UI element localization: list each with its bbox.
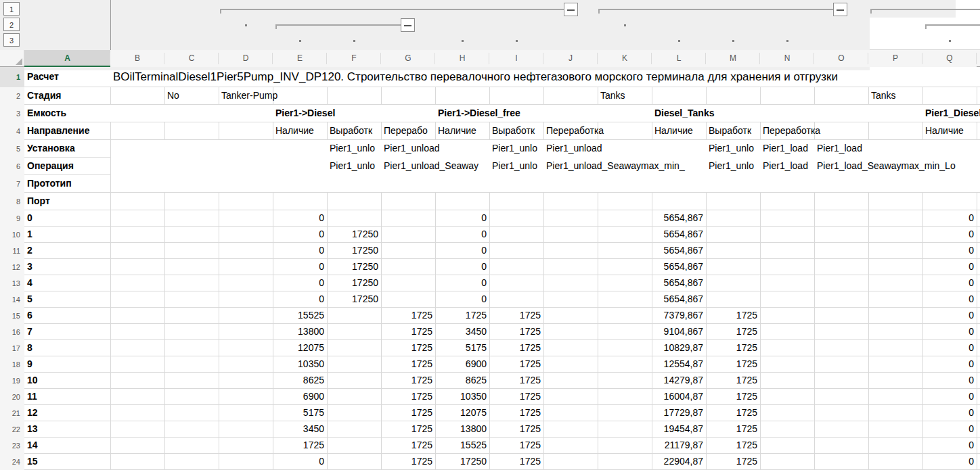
- cell-G24[interactable]: 1725: [381, 454, 435, 470]
- cell-I15[interactable]: 1725: [489, 308, 543, 324]
- row-header-20[interactable]: 20: [0, 389, 24, 405]
- cell-M5[interactable]: Pier1_unlo: [706, 140, 760, 158]
- row-header-9[interactable]: 9: [0, 210, 24, 227]
- row-header-12[interactable]: 12: [0, 259, 24, 275]
- cell-L10[interactable]: 5654,867: [652, 227, 706, 243]
- cell-Q16[interactable]: 0: [922, 324, 977, 340]
- cell-M23[interactable]: 1725: [706, 438, 760, 454]
- cell-A9[interactable]: 0: [24, 210, 110, 227]
- cell-M21[interactable]: 1725: [706, 405, 760, 421]
- cell-E14[interactable]: 0: [273, 291, 327, 308]
- cell-E13[interactable]: 0: [273, 275, 327, 291]
- cell-G15[interactable]: 1725: [381, 308, 435, 324]
- cell-Q17[interactable]: 0: [922, 340, 977, 356]
- cell-G20[interactable]: 1725: [381, 389, 435, 405]
- cell-G22[interactable]: 1725: [381, 421, 435, 438]
- cell-I24[interactable]: 1725: [489, 454, 543, 470]
- cell-E17[interactable]: 12075: [273, 340, 327, 356]
- outline-collapse-button[interactable]: [833, 3, 847, 16]
- cell-Q20[interactable]: 0: [922, 389, 977, 405]
- cell-A1[interactable]: Расчет: [24, 67, 110, 87]
- cell-H4[interactable]: Наличие: [435, 122, 489, 140]
- cell-Q22[interactable]: 0: [922, 421, 977, 438]
- cell-I6[interactable]: Pier1_unlo: [489, 158, 543, 175]
- row-header-21[interactable]: 21: [0, 405, 24, 421]
- cell-E11[interactable]: 0: [273, 243, 327, 259]
- row-header-23[interactable]: 23: [0, 438, 24, 454]
- cell-A11[interactable]: 2: [24, 243, 110, 259]
- cell-L3[interactable]: Diesel_Tanks: [652, 105, 814, 122]
- cell-E22[interactable]: 3450: [273, 421, 327, 438]
- cell-L24[interactable]: 22904,87: [652, 454, 706, 470]
- column-header-C[interactable]: C: [164, 50, 219, 67]
- column-header-N[interactable]: N: [760, 50, 814, 67]
- cell-J4[interactable]: Переработка: [543, 122, 652, 140]
- cell-H17[interactable]: 5175: [435, 340, 489, 356]
- cell-G17[interactable]: 1725: [381, 340, 435, 356]
- row-header-17[interactable]: 17: [0, 340, 24, 356]
- cell-A7[interactable]: Прототип: [24, 175, 110, 193]
- cell-G6[interactable]: Pier1_unload_Seaway: [381, 158, 489, 175]
- cell-L9[interactable]: 5654,867: [652, 210, 706, 227]
- cell-Q14[interactable]: 0: [922, 291, 977, 308]
- column-header-E[interactable]: E: [273, 50, 327, 67]
- cell-I19[interactable]: 1725: [489, 373, 543, 389]
- cell-N4[interactable]: Переработка: [760, 122, 868, 140]
- column-header-O[interactable]: O: [814, 50, 868, 67]
- cell-A4[interactable]: Направление: [24, 122, 110, 140]
- row-header-11[interactable]: 11: [0, 243, 24, 259]
- cell-H10[interactable]: 0: [435, 227, 489, 243]
- cell-H19[interactable]: 8625: [435, 373, 489, 389]
- outline-collapse-button[interactable]: [564, 3, 578, 16]
- column-header-B[interactable]: B: [110, 50, 164, 67]
- row-header-19[interactable]: 19: [0, 373, 24, 389]
- cell-E9[interactable]: 0: [273, 210, 327, 227]
- cell-L19[interactable]: 14279,87: [652, 373, 706, 389]
- column-header-L[interactable]: L: [652, 50, 706, 67]
- cell-E15[interactable]: 15525: [273, 308, 327, 324]
- cell-A19[interactable]: 10: [24, 373, 110, 389]
- cell-L20[interactable]: 16004,87: [652, 389, 706, 405]
- cell-Q3[interactable]: Pier1_Diesel: [922, 105, 980, 122]
- row-header-7[interactable]: 7: [0, 175, 24, 193]
- cell-O5[interactable]: Pier1_load: [814, 140, 922, 158]
- cell-Q13[interactable]: 0: [922, 275, 977, 291]
- cell-H13[interactable]: 0: [435, 275, 489, 291]
- outline-collapse-button[interactable]: [401, 18, 415, 32]
- cell-E18[interactable]: 10350: [273, 356, 327, 373]
- row-header-14[interactable]: 14: [0, 291, 24, 308]
- cell-Q9[interactable]: 0: [922, 210, 977, 227]
- cell-A14[interactable]: 5: [24, 291, 110, 308]
- row-header-10[interactable]: 10: [0, 227, 24, 243]
- cell-I16[interactable]: 1725: [489, 324, 543, 340]
- cell-M20[interactable]: 1725: [706, 389, 760, 405]
- column-header-P[interactable]: P: [868, 50, 922, 67]
- cell-A8[interactable]: Порт: [24, 193, 110, 210]
- row-header-4[interactable]: 4: [0, 122, 24, 140]
- row-header-8[interactable]: 8: [0, 193, 24, 210]
- cell-I20[interactable]: 1725: [489, 389, 543, 405]
- cell-H15[interactable]: 1725: [435, 308, 489, 324]
- cell-A16[interactable]: 7: [24, 324, 110, 340]
- cell-F5[interactable]: Pier1_unlo: [327, 140, 381, 158]
- cell-A2[interactable]: Стадия: [24, 87, 110, 105]
- row-header-18[interactable]: 18: [0, 356, 24, 373]
- cell-A18[interactable]: 9: [24, 356, 110, 373]
- cell-L15[interactable]: 7379,867: [652, 308, 706, 324]
- cell-Q12[interactable]: 0: [922, 259, 977, 275]
- cell-Q15[interactable]: 0: [922, 308, 977, 324]
- cell-I18[interactable]: 1725: [489, 356, 543, 373]
- row-header-5[interactable]: 5: [0, 140, 24, 158]
- cell-I17[interactable]: 1725: [489, 340, 543, 356]
- cell-F12[interactable]: 17250: [327, 259, 381, 275]
- column-header-F[interactable]: F: [327, 50, 381, 67]
- cell-A22[interactable]: 13: [24, 421, 110, 438]
- cell-E24[interactable]: 0: [273, 454, 327, 470]
- cell-B1[interactable]: BOilTerminalDiesel1Pier5Pump_INV_DP120. …: [110, 67, 980, 87]
- cell-F14[interactable]: 17250: [327, 291, 381, 308]
- cell-E23[interactable]: 1725: [273, 438, 327, 454]
- row-header-2[interactable]: 2: [0, 87, 24, 105]
- cell-A12[interactable]: 3: [24, 259, 110, 275]
- cell-H3[interactable]: Pier1->Diesel_free: [435, 105, 598, 122]
- cell-H14[interactable]: 0: [435, 291, 489, 308]
